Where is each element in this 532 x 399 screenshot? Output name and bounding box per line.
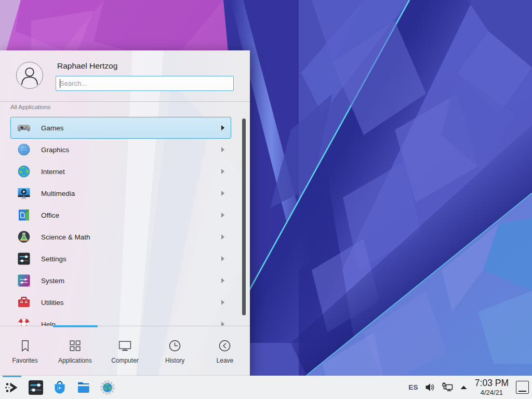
category-utilities[interactable]: Utilities bbox=[10, 291, 231, 313]
tab-label: History bbox=[165, 357, 184, 364]
tab-history[interactable]: History bbox=[150, 326, 200, 376]
application-launcher-button[interactable] bbox=[4, 379, 20, 396]
expand-tray-button[interactable] bbox=[460, 385, 468, 390]
submenu-arrow-icon bbox=[221, 125, 224, 130]
konqueror-icon bbox=[99, 379, 116, 396]
category-label: Science & Math bbox=[41, 233, 90, 241]
utilities-icon bbox=[17, 296, 31, 309]
user-avatar[interactable] bbox=[16, 62, 43, 89]
clock-date: 4/24/21 bbox=[481, 389, 503, 396]
text-caret bbox=[60, 79, 60, 88]
kickoff-header: Raphael Hertzog bbox=[0, 50, 250, 101]
volume-icon[interactable] bbox=[424, 382, 435, 393]
tab-favorites[interactable]: Favorites bbox=[0, 326, 50, 376]
office-icon bbox=[17, 208, 31, 222]
task-manager bbox=[4, 376, 116, 399]
category-science-math[interactable]: Science & Math bbox=[10, 226, 231, 248]
kde-logo-icon bbox=[4, 379, 20, 396]
submenu-arrow-icon bbox=[221, 278, 224, 283]
section-label: All Applications bbox=[10, 104, 50, 110]
keyboard-layout-indicator[interactable]: ES bbox=[408, 383, 418, 391]
tab-applications[interactable]: Applications bbox=[50, 326, 100, 376]
scrollbar[interactable] bbox=[242, 118, 246, 315]
show-desktop-button[interactable] bbox=[516, 381, 529, 394]
user-name: Raphael Hertzog bbox=[57, 61, 117, 71]
category-games[interactable]: Games bbox=[10, 117, 231, 139]
header-divider bbox=[0, 101, 250, 102]
category-system[interactable]: System bbox=[10, 270, 231, 291]
submenu-arrow-icon bbox=[221, 256, 224, 261]
graphics-icon bbox=[17, 143, 31, 156]
leave-icon bbox=[217, 338, 232, 353]
submenu-arrow-icon bbox=[221, 234, 224, 240]
system-tray: ES 7:03 bbox=[408, 376, 530, 399]
active-tab-indicator bbox=[53, 325, 98, 327]
discover-icon bbox=[51, 379, 68, 396]
search-input[interactable] bbox=[56, 76, 234, 91]
category-list: GamesGraphicsInternetMultimediaOfficeSci… bbox=[10, 117, 231, 326]
tab-leave[interactable]: Leave bbox=[200, 326, 250, 376]
tab-label: Leave bbox=[217, 357, 234, 364]
web-browser-button[interactable] bbox=[99, 379, 116, 396]
category-help[interactable]: Help bbox=[10, 313, 231, 326]
submenu-arrow-icon bbox=[221, 322, 224, 326]
submenu-arrow-icon bbox=[221, 169, 224, 174]
active-task-indicator bbox=[3, 376, 21, 377]
system-icon bbox=[17, 274, 31, 287]
systemsettings-icon bbox=[28, 379, 44, 396]
applications-icon bbox=[68, 338, 83, 353]
multimedia-icon bbox=[17, 187, 31, 200]
desktop: Raphael Hertzog All Applications GamesGr… bbox=[0, 0, 532, 399]
computer-icon bbox=[117, 338, 132, 353]
submenu-arrow-icon bbox=[221, 212, 224, 218]
internet-icon bbox=[17, 165, 31, 178]
kickoff-tab-bar: FavoritesApplicationsComputerHistoryLeav… bbox=[0, 326, 250, 376]
tab-label: Applications bbox=[58, 357, 92, 364]
category-label: Settings bbox=[41, 255, 66, 263]
history-icon bbox=[167, 338, 182, 353]
submenu-arrow-icon bbox=[221, 300, 224, 305]
discover-button[interactable] bbox=[51, 379, 68, 396]
dolphin-icon bbox=[75, 379, 92, 396]
network-icon[interactable] bbox=[442, 382, 454, 393]
tab-computer[interactable]: Computer bbox=[100, 326, 150, 376]
clock[interactable]: 7:03 PM 4/24/21 bbox=[475, 379, 509, 396]
category-graphics[interactable]: Graphics bbox=[10, 139, 231, 161]
games-icon bbox=[17, 121, 31, 135]
category-label: Utilities bbox=[41, 299, 64, 307]
category-label: Internet bbox=[41, 168, 65, 176]
category-internet[interactable]: Internet bbox=[10, 161, 231, 182]
tab-label: Computer bbox=[111, 357, 139, 364]
system-settings-button[interactable] bbox=[28, 379, 44, 396]
favorites-icon bbox=[18, 338, 33, 353]
submenu-arrow-icon bbox=[221, 191, 224, 196]
category-label: Graphics bbox=[41, 146, 69, 154]
tab-label: Favorites bbox=[12, 357, 37, 364]
application-launcher-menu: Raphael Hertzog All Applications GamesGr… bbox=[0, 50, 250, 376]
user-icon bbox=[22, 68, 37, 85]
category-office[interactable]: Office bbox=[10, 204, 231, 226]
category-label: Multimedia bbox=[41, 190, 75, 197]
file-manager-button[interactable] bbox=[75, 379, 92, 396]
science-icon bbox=[17, 230, 31, 244]
category-settings[interactable]: Settings bbox=[10, 248, 231, 270]
help-icon bbox=[17, 317, 31, 326]
clock-time: 7:03 PM bbox=[475, 379, 509, 388]
taskbar-panel: ES 7:03 bbox=[0, 376, 532, 399]
category-label: System bbox=[41, 277, 64, 285]
submenu-arrow-icon bbox=[221, 147, 224, 152]
category-label: Games bbox=[41, 124, 64, 132]
category-label: Office bbox=[41, 211, 59, 219]
settings-icon bbox=[17, 252, 31, 265]
category-multimedia[interactable]: Multimedia bbox=[10, 182, 231, 204]
